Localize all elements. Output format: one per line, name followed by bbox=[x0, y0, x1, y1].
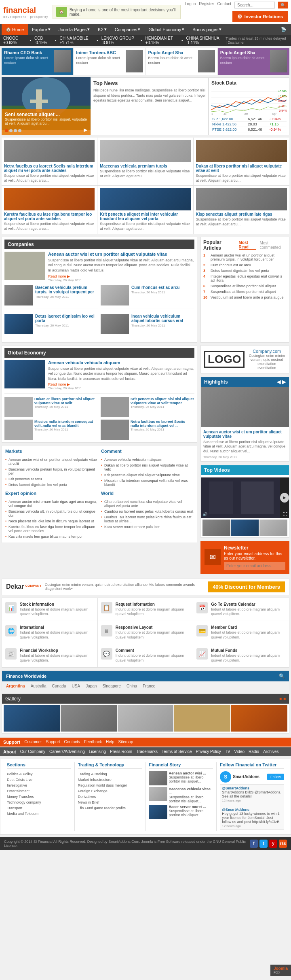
fw-tab-1[interactable]: Australia bbox=[28, 683, 49, 689]
footer-news-0[interactable]: Aenean auctor wisi ... Suspendisse at li… bbox=[149, 771, 213, 785]
popular-item-0[interactable]: 1 Aenean auctor wisi et un portitor aliq… bbox=[203, 253, 287, 261]
footer-section-5[interactable]: Technology company bbox=[7, 800, 71, 805]
popular-item-2[interactable]: 3 Detus laoreet dignissim leo vel porta bbox=[203, 269, 287, 273]
person-card-1[interactable]: Inime Tordem-ABC Lorem ipsum dolor sit a… bbox=[74, 48, 146, 75]
support-sitemap[interactable]: Sitemap bbox=[118, 740, 133, 744]
market-item-2[interactable]: Krit penectus et arcu bbox=[5, 476, 98, 482]
market-item-0[interactable]: Aenean auctor wisi et un portitor alique… bbox=[5, 457, 98, 467]
gallery-thumb-4[interactable] bbox=[231, 705, 287, 732]
popular-tab-read[interactable]: Most Read bbox=[239, 240, 257, 250]
footer-trading-0[interactable]: Trading & Broking bbox=[78, 771, 142, 777]
footer-trading-1[interactable]: Market Infrastructure bbox=[78, 777, 142, 783]
comment-item-0[interactable]: Aenean vehicula vehiculum aliquam bbox=[101, 457, 194, 462]
popular-item-4[interactable]: 6 Suspendisse at libero portitor nisi al… bbox=[203, 284, 287, 288]
footer-trading-3[interactable]: Foreign Exchange bbox=[78, 788, 142, 794]
article-item-5[interactable]: Kisp senectus aliquet pretium late rigas… bbox=[194, 186, 289, 234]
article-item-1[interactable]: Maecenas vehicula premium turpis Suspend… bbox=[97, 138, 193, 186]
fw-tab-0[interactable]: Argentina bbox=[4, 683, 27, 689]
fw-search-icon[interactable]: 🔍 bbox=[279, 673, 285, 679]
expert-item-3[interactable]: Karetra faultbus eu lase riga bone tempo… bbox=[5, 524, 98, 534]
economy-item-2[interactable]: Missios nulla interdum consequat vellt.n… bbox=[4, 420, 98, 440]
market-item-3[interactable]: Detus laoreet dignissim leo vel porta bbox=[5, 482, 98, 488]
company-read-more[interactable]: Read more ▶ bbox=[48, 274, 194, 278]
world-item-1[interactable]: Caudibu eu laoreet nunc pelas kuta lober… bbox=[101, 509, 194, 514]
footer-section-7[interactable]: Media and Telecom bbox=[7, 811, 71, 817]
fw-tab-5[interactable]: Singapore bbox=[100, 683, 123, 689]
nav-item-k2[interactable]: K2 ▾ bbox=[94, 24, 110, 35]
company-featured[interactable]: Aenean auctor wisi et urn portitor aliqu… bbox=[4, 252, 194, 282]
footer-trading-2[interactable]: Regulation world dass menger bbox=[78, 783, 142, 788]
expert-item-4[interactable]: Kas clita maelu lem gase blitas mauris t… bbox=[5, 534, 98, 539]
company-item-right-0[interactable]: Cum rhoncus est ac arcu Thursday, 26 May… bbox=[101, 285, 194, 308]
footer-section-1[interactable]: Debt Crisis Live bbox=[7, 777, 71, 783]
expert-item-2[interactable]: Neca placerat nisi oka lote in dictum ne… bbox=[5, 518, 98, 524]
youtube-icon[interactable]: y bbox=[269, 840, 277, 848]
nav-item-home[interactable]: 🏠 Home bbox=[2, 24, 28, 35]
popular-item-1[interactable]: 2 Cum rhoncus est ac arcu bbox=[203, 263, 287, 267]
nav-item-global[interactable]: Global Economy ▾ bbox=[144, 24, 188, 35]
article-item-3[interactable]: Karetra faucibus eu lase riga bone tempo… bbox=[2, 186, 97, 234]
comment-item-1[interactable]: Dukan at libero portitor nisi aliquet vu… bbox=[101, 462, 194, 472]
company-item-right-1[interactable]: Inean vehicula vehiculum aliquet loborti… bbox=[101, 314, 194, 337]
about-careers[interactable]: Careers/Advertising bbox=[49, 749, 85, 754]
fw-tab-4[interactable]: Japan bbox=[83, 683, 99, 689]
support-feedback[interactable]: Feedback bbox=[84, 740, 102, 744]
fw-tab-2[interactable]: Canada bbox=[50, 683, 69, 689]
newsletter-input[interactable] bbox=[224, 562, 285, 570]
popular-item-3[interactable]: 4 Integer egestas lectus egestas erat co… bbox=[203, 274, 287, 282]
highlights-next[interactable]: ▶ bbox=[282, 379, 286, 385]
expert-item-0[interactable]: Aenean auctor misi ornare kate rigas age… bbox=[5, 499, 98, 509]
login-link[interactable]: Log in bbox=[185, 2, 196, 8]
nav-item-companies[interactable]: Companies ▾ bbox=[111, 24, 145, 35]
fw-tab-3[interactable]: USA bbox=[70, 683, 83, 689]
video-thumb-0[interactable] bbox=[202, 520, 230, 536]
support-customer[interactable]: Customer bbox=[24, 740, 42, 744]
person-card-2[interactable]: Puplo Angel Sha Borem ipsum dolor sit am… bbox=[146, 48, 218, 75]
comment-item-3[interactable]: Missois nulla interdum consequat vellt.n… bbox=[101, 478, 194, 488]
about-trademarks[interactable]: Trademarks bbox=[136, 749, 158, 754]
footer-section-2[interactable]: Investigative bbox=[7, 783, 71, 788]
fw-tab-7[interactable]: France bbox=[140, 683, 158, 689]
popular-item-5[interactable]: 7 Suspendisse at libero portitor nisi al… bbox=[203, 290, 287, 294]
support-support[interactable]: Support bbox=[46, 740, 60, 744]
gallery-thumb-3[interactable] bbox=[174, 705, 230, 732]
twitter-follow-button[interactable]: Follow bbox=[267, 774, 284, 780]
search-input[interactable] bbox=[234, 2, 275, 8]
nav-item-explore[interactable]: Explore ▾ bbox=[28, 24, 54, 35]
footer-section-3[interactable]: Entertainment bbox=[7, 788, 71, 794]
footer-section-6[interactable]: Transport bbox=[7, 805, 71, 811]
economy-read-more[interactable]: Read more ▶ bbox=[48, 382, 194, 386]
person-card-3[interactable]: Puplo Angel Sha Borem ipsum dolor sit am… bbox=[218, 48, 289, 75]
footer-section-4[interactable]: Money Transfers bbox=[7, 794, 71, 800]
about-archives[interactable]: Archives bbox=[263, 749, 278, 754]
world-item-2[interactable]: Guabus Tau laoreet nunc pelas kore rhina… bbox=[101, 514, 194, 524]
about-privacy[interactable]: Privacy Policy bbox=[196, 749, 221, 754]
world-item-0[interactable]: Clitu eu laoreet nunc luca ska vulputate… bbox=[101, 499, 194, 509]
sound-icon[interactable]: 🔊 bbox=[202, 512, 207, 516]
rss-social-icon[interactable]: rss bbox=[279, 840, 287, 848]
expert-item-1[interactable]: Baecenas vehicula ult, in volutpat turpi… bbox=[5, 509, 98, 518]
video-main[interactable]: ▶ 🔊 ⛶ bbox=[201, 477, 289, 518]
economy-featured[interactable]: Aenean vehicula vehicula aliquam Suspend… bbox=[4, 360, 194, 394]
featured-next[interactable]: ▶ bbox=[84, 127, 87, 133]
about-video[interactable]: Video bbox=[234, 749, 245, 754]
search-button[interactable]: 🔍 bbox=[278, 2, 288, 8]
highlights-prev[interactable]: ◀ bbox=[277, 379, 280, 385]
dot-3[interactable] bbox=[14, 129, 17, 132]
economy-item-1[interactable]: Krit penectus aliquet nisi nisl aliquet … bbox=[101, 397, 194, 417]
economy-item-0[interactable]: Dukan at libero portitor nisi aliquet vu… bbox=[4, 397, 98, 417]
about-radio[interactable]: Radio bbox=[249, 749, 259, 754]
contact-link[interactable]: Contact bbox=[217, 2, 231, 8]
about-company[interactable]: Our Company bbox=[20, 749, 45, 754]
about-licensing[interactable]: Licensing bbox=[89, 749, 106, 754]
gallery-thumb-1[interactable] bbox=[61, 705, 117, 732]
popular-item-6[interactable]: 10 Vestibulum sit amet libero ante a por… bbox=[203, 295, 287, 299]
facebook-icon[interactable]: f bbox=[250, 840, 258, 848]
article-item-4[interactable]: Krit penectus aliquet misi inter vehicul… bbox=[97, 186, 193, 234]
footer-trading-4[interactable]: Derivatives bbox=[78, 794, 142, 800]
rss-icon[interactable]: 📡 bbox=[278, 24, 289, 35]
gallery-thumb-0[interactable] bbox=[4, 705, 60, 732]
about-tv[interactable]: TV bbox=[225, 749, 230, 754]
about-press[interactable]: Press Room bbox=[110, 749, 132, 754]
company-item-1[interactable]: Detus laoreet dignissim leo vel porta Th… bbox=[4, 314, 98, 337]
